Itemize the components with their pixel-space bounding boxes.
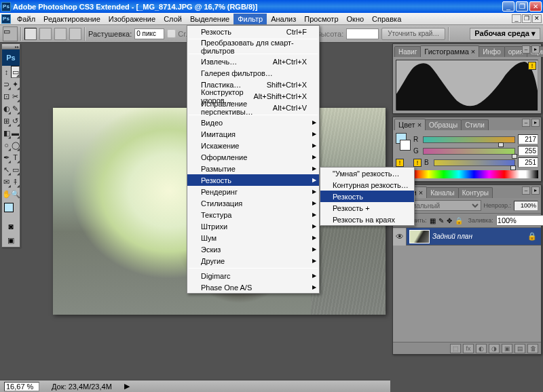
selection-add[interactable] <box>39 28 52 40</box>
tab-paths[interactable]: Контуры <box>458 187 493 198</box>
selection-new[interactable] <box>24 28 37 40</box>
menu-analysis[interactable]: Анализ <box>267 14 300 24</box>
menu-group-штрихи[interactable]: Штрихи▶ <box>187 220 319 232</box>
lock-all[interactable]: 🔒 <box>455 216 463 225</box>
notes-tool[interactable]: ✉◢ <box>2 176 11 188</box>
menu-group-имитация[interactable]: Имитация▶ <box>187 128 319 140</box>
green-value[interactable] <box>518 146 538 156</box>
eyedropper-tool[interactable]: ⤉◢ <box>11 176 20 188</box>
quick-mask[interactable]: ◙ <box>2 220 20 233</box>
visibility-toggle[interactable]: 👁 <box>393 228 407 246</box>
hand-tool[interactable]: ✋ <box>2 188 11 200</box>
pen-tool[interactable]: ✒◢ <box>2 151 11 163</box>
slice-tool[interactable]: ✂◢ <box>11 90 20 102</box>
panel-menu[interactable]: ▸ <box>531 119 540 127</box>
feather-input[interactable] <box>134 28 164 39</box>
menu-filter[interactable]: Фильтр <box>233 14 267 24</box>
selection-subtract[interactable] <box>54 28 67 40</box>
submenu-item[interactable]: "Умная" резкость… <box>320 168 414 179</box>
menu-group-резкость[interactable]: Резкость▶ <box>187 174 319 186</box>
gradient-tool[interactable]: ▬◢ <box>11 127 20 139</box>
type-tool[interactable]: T◢ <box>11 151 20 163</box>
opacity-value[interactable] <box>514 201 538 211</box>
doc-restore[interactable]: ❐ <box>522 14 531 23</box>
green-slider[interactable] <box>423 148 515 155</box>
color-picker[interactable] <box>2 200 20 220</box>
panel-menu[interactable]: ▸ <box>531 187 540 195</box>
wand-tool[interactable]: ✦◢ <box>11 78 20 90</box>
layer-background[interactable]: 👁 Задний план 🔒 <box>393 228 541 246</box>
menu-smart-filter[interactable]: Преобразовать для смарт-фильтров <box>187 41 319 52</box>
minimize-button[interactable]: _ <box>502 1 514 12</box>
zoom-field[interactable] <box>4 382 39 391</box>
brush-tool[interactable]: ✎◢ <box>11 102 20 115</box>
menu-group-видео[interactable]: Видео▶ <box>187 117 319 128</box>
menu-group-другие[interactable]: Другие▶ <box>187 255 319 267</box>
lock-position[interactable]: ✥ <box>447 216 452 225</box>
lasso-tool[interactable]: ⊃◢ <box>2 78 11 90</box>
move-tool[interactable]: ↕ <box>2 66 11 78</box>
shape-tool[interactable]: ▭◢ <box>11 163 20 176</box>
menu-group-оформление[interactable]: Оформление▶ <box>187 151 319 163</box>
menu-group-текстура[interactable]: Текстура▶ <box>187 209 319 220</box>
toolbox-header[interactable]: ▸▸ <box>2 44 20 50</box>
tab-styles[interactable]: Стили <box>461 119 489 130</box>
close-icon[interactable]: × <box>471 47 475 56</box>
eraser-tool[interactable]: ◧◢ <box>2 127 11 139</box>
doc-close[interactable]: ✕ <box>532 14 542 23</box>
delete-layer[interactable]: 🗑 <box>527 344 538 353</box>
tab-color[interactable]: Цвет× <box>394 119 426 130</box>
submenu-item[interactable]: Контурная резкость… <box>320 179 414 191</box>
menu-phaseone[interactable]: Phase One A/S▶ <box>187 281 319 293</box>
adjustment-layer[interactable]: ◑ <box>489 344 500 353</box>
tab-info[interactable]: Инфо <box>479 46 505 57</box>
blur-tool[interactable]: ○◢ <box>2 139 11 151</box>
menu-view[interactable]: Просмотр <box>300 14 342 24</box>
menu-select[interactable]: Выделение <box>186 14 233 24</box>
stamp-tool[interactable]: ⊞◢ <box>2 115 11 127</box>
submenu-item[interactable]: Резкость на краях <box>320 214 414 225</box>
menu-group-стилизация[interactable]: Стилизация▶ <box>187 197 319 209</box>
blue-slider[interactable] <box>434 159 515 166</box>
menu-group-шум[interactable]: Шум▶ <box>187 232 319 243</box>
workspace-switcher[interactable]: Рабочая среда ▾ <box>470 28 540 40</box>
screen-mode[interactable]: ▣ <box>2 233 20 247</box>
crop-tool[interactable]: ⊡ <box>2 90 11 102</box>
dodge-tool[interactable]: ◯◢ <box>11 139 20 151</box>
menu-window[interactable]: Окно <box>343 14 369 24</box>
menu-group-размытие[interactable]: Размытие▶ <box>187 163 319 174</box>
menu-group-искажение[interactable]: Искажение▶ <box>187 140 319 151</box>
blue-value[interactable] <box>518 157 538 168</box>
lock-pixels[interactable]: ✎ <box>438 216 444 225</box>
refine-edge-button[interactable]: Уточнить край… <box>381 28 445 40</box>
gamut-warning-icon[interactable]: ! <box>396 159 404 167</box>
menu-help[interactable]: Справка <box>368 14 405 24</box>
panel-menu[interactable]: ▸ <box>531 45 540 54</box>
red-slider[interactable] <box>423 136 515 143</box>
menu-vanish[interactable]: Исправление перспективы…Alt+Ctrl+V <box>187 102 319 113</box>
cache-warning-icon[interactable]: ! <box>528 62 536 70</box>
current-tool-icon[interactable]: ▭ <box>3 26 18 41</box>
link-layers[interactable]: ⬚ <box>450 344 461 353</box>
menu-file[interactable]: Файл <box>13 14 39 24</box>
layer-thumbnail[interactable] <box>409 230 430 243</box>
menu-layer[interactable]: Слой <box>160 14 186 24</box>
tab-swatches[interactable]: Образцы <box>425 119 462 130</box>
marquee-tool[interactable]: ▭◢ <box>11 66 20 78</box>
close-icon[interactable]: × <box>419 189 423 197</box>
new-layer[interactable]: ▤ <box>514 344 525 353</box>
menu-filter-gallery[interactable]: Галерея фильтров… <box>187 67 319 79</box>
maximize-button[interactable]: ❐ <box>516 1 528 12</box>
layer-group[interactable]: ▣ <box>502 344 512 353</box>
submenu-item[interactable]: Резкость + <box>320 202 414 214</box>
history-brush-tool[interactable]: ↺◢ <box>11 115 20 127</box>
selection-intersect[interactable] <box>69 28 81 40</box>
menu-group-рендеринг[interactable]: Рендеринг▶ <box>187 186 319 197</box>
lock-transparency[interactable]: ▦ <box>430 216 436 225</box>
menu-last-filter[interactable]: РезкостьCtrl+F <box>187 26 319 37</box>
tab-channels[interactable]: Каналы <box>426 187 459 198</box>
doc-minimize[interactable]: _ <box>512 14 521 23</box>
spectrum-bar[interactable] <box>413 170 538 178</box>
menu-image[interactable]: Изображение <box>105 14 160 24</box>
fill-value[interactable] <box>496 215 543 226</box>
